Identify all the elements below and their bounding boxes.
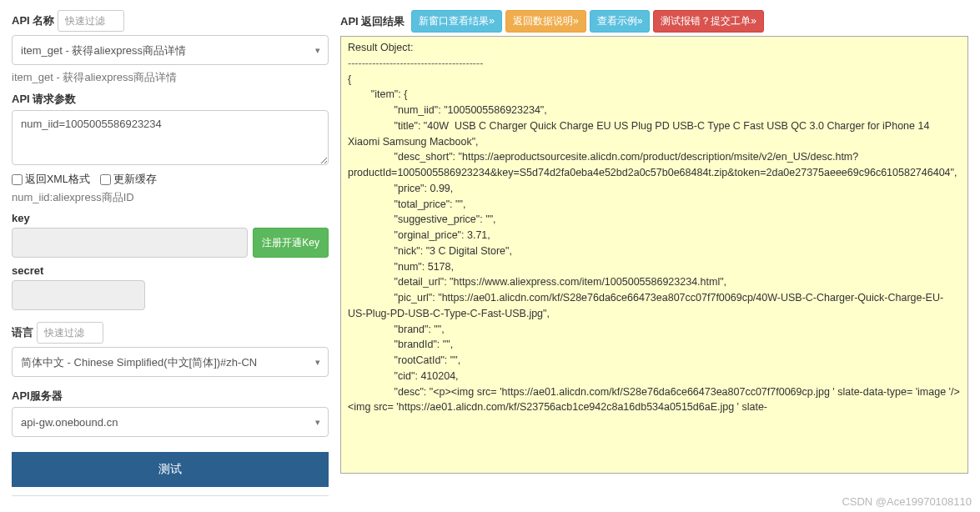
api-name-subtext: item_get - 获得aliexpress商品详情 [12,70,329,85]
data-desc-button[interactable]: 返回数据说明» [505,10,586,33]
key-input[interactable] [12,228,248,258]
api-name-select[interactable]: item_get - 获得aliexpress商品详情 [12,35,329,65]
xml-checkbox[interactable] [12,174,23,185]
test-button[interactable]: 测试 [12,452,329,487]
new-window-button[interactable]: 新窗口查看结果» [411,10,502,33]
register-key-button[interactable]: 注册开通Key [253,228,329,258]
api-server-select[interactable]: api-gw.onebound.cn [12,407,329,437]
result-body: { "item": { "num_iid": "1005005586923234… [348,72,961,416]
language-label: 语言 [12,325,33,340]
secret-input[interactable] [12,280,145,310]
result-header-text: Result Object: [348,40,961,56]
api-name-label: API 名称 [12,13,54,28]
req-params-helper: num_iid:aliexpress商品ID [12,190,329,205]
divider [12,495,329,496]
result-box[interactable]: Result Object: -------------------------… [340,36,968,474]
xml-checkbox-label: 返回XML格式 [25,173,90,187]
xml-checkbox-wrap[interactable]: 返回XML格式 [12,173,90,187]
report-button[interactable]: 测试报错？提交工单» [653,10,764,33]
api-name-filter[interactable] [58,10,124,32]
api-server-label: API服务器 [12,389,329,404]
req-params-input[interactable] [12,110,329,165]
secret-label: secret [12,264,329,277]
language-select[interactable]: 简体中文 - Chinese Simplified(中文[简体])#zh-CN [12,347,329,377]
cache-checkbox-wrap[interactable]: 更新缓存 [100,173,157,187]
result-dashes: --------------------------------------- [348,56,961,72]
example-button[interactable]: 查看示例» [590,10,651,33]
watermark: CSDN @Ace19970108110 [842,495,972,496]
req-params-label: API 请求参数 [12,92,329,107]
key-label: key [12,212,329,224]
language-filter[interactable] [37,322,103,344]
cache-checkbox-label: 更新缓存 [113,173,157,187]
result-title: API 返回结果 [340,14,405,29]
cache-checkbox[interactable] [100,174,111,185]
